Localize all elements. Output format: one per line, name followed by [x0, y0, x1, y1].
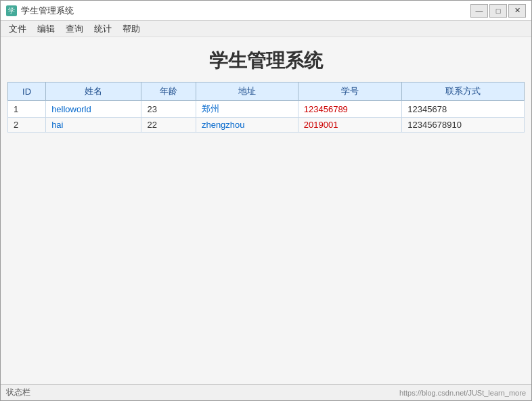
- main-content: 学生管理系统 ID 姓名 年龄 地址 学号 联系方式 1helloworld23…: [1, 37, 531, 384]
- close-button[interactable]: ✕: [508, 4, 526, 18]
- col-header-student-id: 学号: [298, 82, 402, 101]
- menu-stats[interactable]: 统计: [89, 22, 117, 37]
- minimize-button[interactable]: —: [470, 4, 488, 18]
- window-title: 学生管理系统: [21, 5, 74, 17]
- col-header-id: ID: [8, 82, 46, 101]
- window-controls: — □ ✕: [470, 4, 526, 18]
- student-table: ID 姓名 年龄 地址 学号 联系方式 1helloworld23郑州12345…: [7, 82, 525, 133]
- col-header-name: 姓名: [46, 82, 141, 101]
- menu-bar: 文件 编辑 查询 统计 帮助: [1, 21, 531, 37]
- table-row: 1helloworld23郑州12345678912345678: [8, 101, 525, 118]
- main-window: 学 学生管理系统 — □ ✕ 文件 编辑 查询 统计 帮助 学生管理系统 ID …: [0, 0, 532, 401]
- table-container: ID 姓名 年龄 地址 学号 联系方式 1helloworld23郑州12345…: [1, 82, 531, 384]
- menu-edit[interactable]: 编辑: [32, 22, 60, 37]
- table-cell: 22: [141, 118, 196, 133]
- table-cell: 2: [8, 118, 46, 133]
- title-bar: 学 学生管理系统 — □ ✕: [1, 1, 531, 21]
- title-bar-left: 学 学生管理系统: [6, 5, 74, 17]
- menu-help[interactable]: 帮助: [117, 22, 146, 37]
- table-cell: 123456789: [298, 101, 402, 118]
- table-cell: 郑州: [196, 101, 298, 118]
- page-title: 学生管理系统: [1, 37, 531, 82]
- menu-query[interactable]: 查询: [60, 22, 89, 37]
- table-cell: zhengzhou: [196, 118, 298, 133]
- table-cell: 12345678: [402, 101, 525, 118]
- maximize-button[interactable]: □: [489, 4, 507, 18]
- status-bar: 状态栏 https://blog.csdn.net/JUSt_learn_mor…: [1, 384, 531, 400]
- table-cell: 1: [8, 101, 46, 118]
- table-cell: 12345678910: [402, 118, 525, 133]
- status-text: 状态栏: [6, 387, 30, 398]
- col-header-contact: 联系方式: [402, 82, 525, 101]
- col-header-age: 年龄: [141, 82, 196, 101]
- table-cell: helloworld: [46, 101, 141, 118]
- table-row: 2hai22zhengzhou201900112345678910: [8, 118, 525, 133]
- table-cell: 2019001: [298, 118, 402, 133]
- app-icon: 学: [6, 5, 17, 16]
- menu-file[interactable]: 文件: [3, 22, 32, 37]
- col-header-address: 地址: [196, 82, 298, 101]
- table-cell: hai: [46, 118, 141, 133]
- table-cell: 23: [141, 101, 196, 118]
- status-url: https://blog.csdn.net/JUSt_learn_more: [399, 389, 526, 397]
- table-header-row: ID 姓名 年龄 地址 学号 联系方式: [8, 82, 525, 101]
